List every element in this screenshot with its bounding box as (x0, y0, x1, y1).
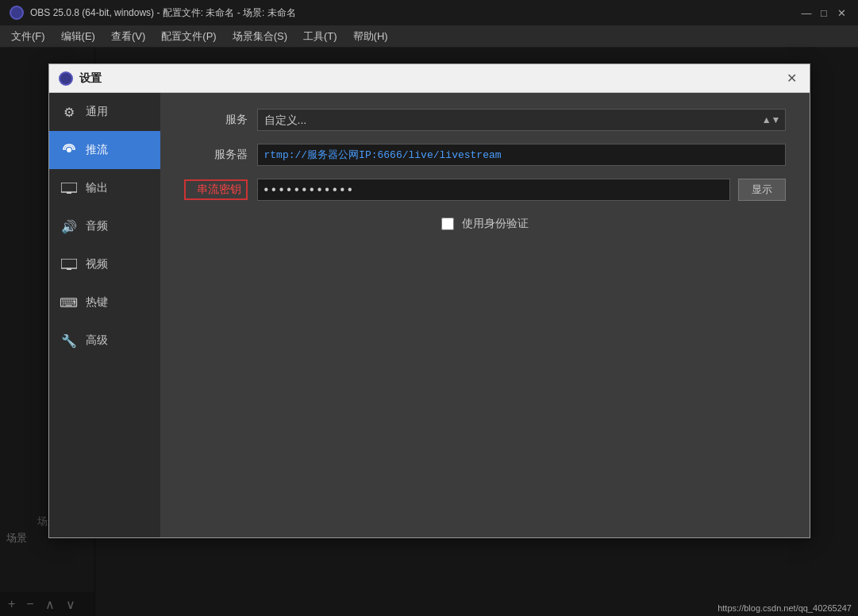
service-select-wrapper: 自定义... ▲▼ (257, 109, 786, 131)
auth-row: 使用身份验证 (184, 217, 786, 231)
dialog-overlay: 设置 ✕ ⚙ 通用 (0, 48, 858, 616)
nav-item-stream[interactable]: 推流 (49, 131, 160, 169)
service-row: 服务 自定义... ▲▼ (184, 109, 786, 131)
title-bar-left: OBS 25.0.8 (64-bit, windows) - 配置文件: 未命名… (10, 6, 296, 20)
server-input[interactable] (257, 144, 786, 166)
stream-key-label: 串流密钥 (184, 179, 248, 200)
stream-key-row: 串流密钥 显示 (184, 179, 786, 201)
nav-label-output: 输出 (86, 181, 108, 195)
svg-rect-2 (67, 192, 71, 194)
use-auth-label: 使用身份验证 (462, 217, 529, 231)
svg-rect-4 (67, 268, 71, 270)
svg-point-0 (67, 148, 71, 152)
main-area: 场景 场景 + − ∧ ∨ 设置 ✕ ⚙ (0, 48, 858, 616)
service-select[interactable]: 自定义... (257, 109, 786, 131)
nav-item-audio[interactable]: 🔊 音频 (49, 207, 160, 245)
show-stream-key-button[interactable]: 显示 (738, 179, 786, 201)
settings-content: 服务 自定义... ▲▼ 服务器 (160, 93, 810, 537)
menu-scene-collection[interactable]: 场景集合(S) (225, 25, 295, 47)
nav-item-general[interactable]: ⚙ 通用 (49, 93, 160, 131)
dialog-obs-icon (59, 71, 73, 86)
window-title: OBS 25.0.8 (64-bit, windows) - 配置文件: 未命名… (30, 6, 296, 20)
output-icon (60, 179, 78, 197)
menu-help[interactable]: 帮助(H) (345, 25, 396, 47)
nav-item-video[interactable]: 视频 (49, 245, 160, 283)
stream-icon (60, 141, 78, 159)
settings-dialog: 设置 ✕ ⚙ 通用 (48, 64, 810, 538)
title-bar: OBS 25.0.8 (64-bit, windows) - 配置文件: 未命名… (0, 0, 858, 25)
server-row: 服务器 (184, 144, 786, 166)
obs-logo-icon (10, 6, 24, 20)
close-button[interactable]: ✕ (834, 6, 848, 20)
menu-profile[interactable]: 配置文件(P) (153, 25, 224, 47)
server-label: 服务器 (184, 148, 248, 162)
settings-sidebar: ⚙ 通用 推流 (49, 93, 160, 537)
menu-edit[interactable]: 编辑(E) (53, 25, 103, 47)
password-row: 显示 (257, 179, 786, 201)
dialog-close-button[interactable]: ✕ (784, 71, 800, 87)
window-controls: — □ ✕ (799, 6, 848, 20)
dialog-title-left: 设置 (59, 71, 102, 86)
status-url: https://blog.csdn.net/qq_40265247 (718, 603, 852, 613)
audio-icon: 🔊 (60, 218, 78, 235)
nav-label-hotkeys: 热键 (86, 295, 108, 310)
menu-tools[interactable]: 工具(T) (295, 25, 345, 47)
video-icon (60, 256, 78, 273)
nav-item-hotkeys[interactable]: ⌨ 热键 (49, 283, 160, 321)
dialog-title-bar: 设置 ✕ (49, 64, 810, 93)
advanced-icon: 🔧 (60, 332, 78, 349)
gear-icon: ⚙ (60, 103, 78, 121)
nav-label-audio: 音频 (86, 219, 108, 233)
nav-label-general: 通用 (86, 105, 108, 119)
stream-key-wrapper: 显示 (257, 179, 786, 201)
nav-label-stream: 推流 (86, 143, 108, 157)
stream-key-input[interactable] (257, 179, 730, 201)
nav-item-advanced[interactable]: 🔧 高级 (49, 321, 160, 360)
menu-view[interactable]: 查看(V) (103, 25, 153, 47)
use-auth-checkbox[interactable] (441, 218, 454, 230)
minimize-button[interactable]: — (799, 6, 814, 20)
maximize-button[interactable]: □ (817, 6, 831, 20)
status-bar: https://blog.csdn.net/qq_40265247 (711, 600, 858, 616)
service-label: 服务 (184, 113, 248, 127)
nav-label-video: 视频 (86, 257, 108, 271)
nav-item-output[interactable]: 输出 (49, 169, 160, 207)
menu-file[interactable]: 文件(F) (3, 25, 53, 47)
dialog-body: ⚙ 通用 推流 (49, 93, 810, 537)
svg-rect-3 (61, 259, 77, 268)
dialog-title: 设置 (79, 71, 102, 86)
keyboard-icon: ⌨ (60, 294, 78, 311)
svg-rect-1 (61, 183, 77, 192)
menu-bar: 文件(F) 编辑(E) 查看(V) 配置文件(P) 场景集合(S) 工具(T) … (0, 25, 858, 48)
nav-label-advanced: 高级 (86, 333, 108, 348)
server-input-wrapper (257, 144, 786, 166)
